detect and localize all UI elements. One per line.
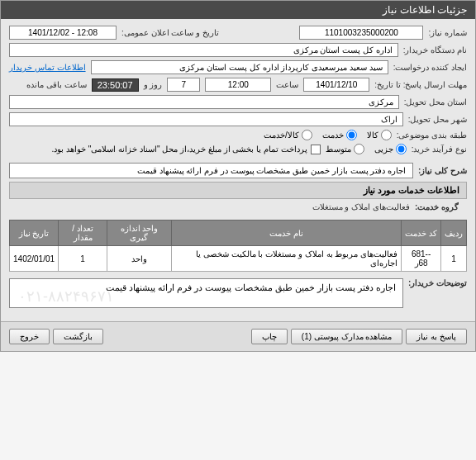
respond-button[interactable]: پاسخ به نیاز (406, 329, 467, 344)
buyer-desc-value: اجاره دفتر پست بازار خمین طبق مشخصات پیو… (106, 282, 396, 292)
radio-medium-input[interactable] (354, 144, 364, 154)
services-table: ردیف کد خدمت نام خدمت واحد اندازه گیری ت… (9, 220, 467, 272)
radio-small-input[interactable] (396, 144, 407, 154)
form-section: شماره نیاز: 1101003235000200 تاریخ و ساع… (1, 19, 475, 321)
payment-note-row: پرداخت تمام یا بخشی از مبلغ خرید،از محل … (51, 145, 320, 154)
deadline-date: 1401/12/10 (303, 78, 369, 92)
city-label: شهر محل تحویل: (408, 115, 467, 124)
contact-link[interactable]: اطلاعات تماس خریدار (9, 63, 86, 72)
header-title: جزئیات اطلاعات نیاز (383, 4, 467, 16)
header-bar: جزئیات اطلاعات نیاز (1, 1, 475, 19)
td-unit: واحد (107, 246, 172, 272)
back-button[interactable]: بازگشت (53, 329, 103, 344)
need-title-value: اجاره دفتر پست بازار خمین طبق مشخصات پیو… (9, 163, 413, 178)
btn-group-right: پاسخ به نیاز مشاهده مدارک پیوستی (1) چاپ (251, 329, 467, 344)
days-value: 7 (167, 78, 200, 92)
remaining-time: 23:50:07 (92, 78, 139, 92)
exit-button[interactable]: خروج (9, 329, 50, 344)
row-buyer-desc: توضیحات خریدار: اجاره دفتر پست بازار خمی… (9, 275, 467, 311)
remaining-label: ساعت باقی مانده (26, 80, 87, 89)
print-button[interactable]: چاپ (251, 329, 288, 344)
footer-buttons: پاسخ به نیاز مشاهده مدارک پیوستی (1) چاپ… (1, 321, 475, 351)
th-name: نام خدمت (171, 221, 401, 246)
buyer-desc-box: اجاره دفتر پست بازار خمین طبق مشخصات پیو… (9, 278, 403, 308)
row-buyer-org: نام دستگاه خریدار: اداره کل پست استان مر… (9, 43, 467, 57)
purchase-type-label: نوع فرآیند خرید: (412, 145, 467, 154)
row-province: استان محل تحویل: مرکزی (9, 95, 467, 109)
need-title-label: شرح کلی نیاز: (418, 166, 467, 175)
province-value: مرکزی (9, 95, 399, 109)
need-number-value: 1101003235000200 (299, 26, 423, 40)
th-qty: تعداد / مقدار (59, 221, 107, 246)
deadline-label: مهلت ارسال پاسخ: تا تاریخ: (374, 80, 467, 89)
radio-kala-input[interactable] (381, 130, 392, 140)
th-date: تاریخ نیاز (10, 221, 59, 246)
row-service-group: گروه خدمت: فعالیت‌های املاک و مستغلات (9, 201, 467, 213)
table-header-row: ردیف کد خدمت نام خدمت واحد اندازه گیری ت… (10, 221, 467, 246)
announce-date-value: 1401/12/02 - 12:08 (9, 26, 117, 40)
purchase-radio-group: جزیی متوسط (326, 144, 407, 154)
radio-service-input[interactable] (346, 130, 357, 140)
td-row: 1 (441, 246, 467, 272)
main-container: جزئیات اطلاعات نیاز شماره نیاز: 11010032… (0, 0, 476, 352)
row-need-number: شماره نیاز: 1101003235000200 تاریخ و ساع… (9, 26, 467, 40)
creator-label: ایجاد کننده درخواست: (393, 63, 467, 72)
btn-group-left: بازگشت خروج (9, 329, 103, 344)
row-deadline: مهلت ارسال پاسخ: تا تاریخ: 1401/12/10 سا… (9, 78, 467, 92)
subject-type-label: طبقه بندی موضوعی: (397, 130, 467, 140)
td-name: فعالیت‌های مربوط به املاک و مستغلات با م… (171, 246, 401, 272)
td-code: -681-68ر (402, 246, 441, 272)
services-table-wrapper: ردیف کد خدمت نام خدمت واحد اندازه گیری ت… (9, 216, 467, 275)
row-subject-type: طبقه بندی موضوعی: کالا خدمت کالا/خدمت (9, 130, 467, 140)
row-need-title: شرح کلی نیاز: اجاره دفتر پست بازار خمین … (9, 163, 467, 178)
days-label: روز و (144, 80, 163, 89)
service-group-label: گروه خدمت: (415, 202, 459, 211)
watermark-phone: ۰۲۱-۸۸۲۴۹۶۷۱ (18, 287, 114, 306)
service-group-value: فعالیت‌های املاک و مستغلات (312, 202, 410, 211)
radio-small[interactable]: جزیی (374, 144, 407, 154)
announce-date-label: تاریخ و ساعت اعلان عمومی: (121, 28, 219, 37)
buyer-org-value: اداره کل پست استان مرکزی (9, 43, 398, 57)
th-code: کد خدمت (402, 221, 441, 246)
radio-service[interactable]: خدمت (322, 130, 357, 140)
th-row: ردیف (441, 221, 467, 246)
services-section-title: اطلاعات خدمات مورد نیاز (9, 182, 467, 199)
city-value: اراک (9, 112, 403, 126)
payment-note: پرداخت تمام یا بخشی از مبلغ خرید،از محل … (51, 145, 307, 154)
payment-checkbox[interactable] (311, 145, 321, 154)
td-qty: 1 (59, 246, 107, 272)
row-city: شهر محل تحویل: اراک (9, 112, 467, 126)
radio-both-input[interactable] (302, 130, 312, 140)
subject-radio-group: کالا خدمت کالا/خدمت (264, 130, 392, 140)
th-unit: واحد اندازه گیری (107, 221, 172, 246)
need-number-label: شماره نیاز: (428, 28, 467, 37)
radio-both[interactable]: کالا/خدمت (264, 130, 312, 140)
row-creator: ایجاد کننده درخواست: سید سعید میرسعیدی ک… (9, 60, 467, 74)
time-label-1: ساعت (276, 80, 298, 89)
deadline-time: 12:00 (205, 78, 271, 92)
table-row: 1 -681-68ر فعالیت‌های مربوط به املاک و م… (10, 246, 467, 272)
creator-value: سید سعید میرسعیدی کارپرداز اداره کل پست … (91, 60, 388, 74)
province-label: استان محل تحویل: (404, 97, 467, 107)
radio-medium[interactable]: متوسط (326, 144, 364, 154)
row-purchase-type: نوع فرآیند خرید: جزیی متوسط پرداخت تمام … (9, 144, 467, 154)
attachments-button[interactable]: مشاهده مدارک پیوستی (1) (291, 329, 403, 344)
radio-kala[interactable]: کالا (367, 130, 392, 140)
td-date: 1402/01/01 (10, 246, 59, 272)
buyer-desc-label: توضیحات خریدار: (408, 275, 467, 287)
buyer-org-label: نام دستگاه خریدار: (403, 45, 467, 55)
